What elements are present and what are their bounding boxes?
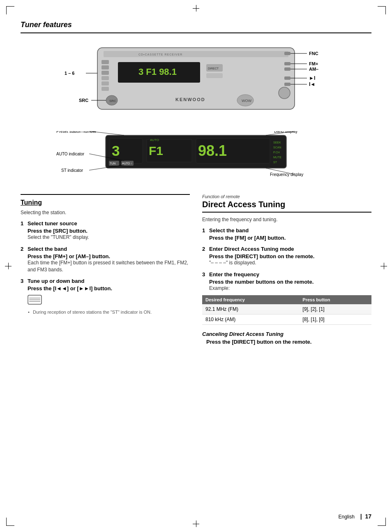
device-svg-container: CD•CASSETTE RECEIVER 3 F1 98.1 DIRECT <box>56 39 336 182</box>
svg-rect-13 <box>206 73 223 78</box>
step-2-num: 2 <box>21 246 25 252</box>
tuning-section: Tuning Selecting the station. 1 Select t… <box>21 194 190 345</box>
direct-step-2: 2 Enter Direct Access Tuning mode Press … <box>202 246 371 266</box>
display-diagram: 3 F1 AUTO 98.1 SEEK SCAN P.CH MUTE ST <box>56 131 336 182</box>
svg-text:I◄: I◄ <box>309 81 315 87</box>
cancel-title: Canceling Direct Access Tuning <box>202 331 371 337</box>
svg-text:ST: ST <box>273 161 277 164</box>
freq-cell-1: 92.1 MHz (FM) <box>202 304 299 315</box>
svg-text:ST indicator: ST indicator <box>61 168 83 173</box>
diagram-area: CD•CASSETTE RECEIVER 3 F1 98.1 DIRECT <box>21 39 371 182</box>
svg-text:SCAN: SCAN <box>273 146 281 149</box>
direct-step-2-action: Press the [DIRECT] button on the remote. <box>202 253 371 259</box>
svg-rect-7 <box>101 81 109 86</box>
main-content: Tuning Selecting the station. 1 Select t… <box>21 194 371 345</box>
svg-rect-16 <box>284 67 291 71</box>
svg-text:CD•CASSETTE RECEIVER: CD•CASSETTE RECEIVER <box>138 53 182 56</box>
svg-text:AUTO: AUTO <box>150 138 159 142</box>
svg-text:AUTO ↑: AUTO ↑ <box>122 162 132 165</box>
direct-access-title: Direct Access Tuning <box>202 200 371 209</box>
svg-rect-5 <box>101 71 109 75</box>
svg-text:F1: F1 <box>149 144 163 157</box>
tuning-note: During reception of stereo stations the … <box>21 309 190 315</box>
svg-text:SEEK: SEEK <box>273 141 281 144</box>
language-label: English <box>338 514 354 520</box>
direct-step-3-desc: Example: <box>202 285 371 292</box>
press-cell-2: [8], [1], [0] <box>299 314 371 324</box>
step-3-num: 3 <box>21 278 25 284</box>
tuning-step-1: 1 Select tuner source Press the [SRC] bu… <box>21 220 190 241</box>
device-illustration: CD•CASSETTE RECEIVER 3 F1 98.1 DIRECT <box>56 39 352 130</box>
frequency-table: Desired frequency Press button 92.1 MHz … <box>202 295 371 325</box>
step-1-num: 1 <box>21 220 25 227</box>
svg-text:TUN: TUN <box>110 162 115 165</box>
direct-step-3-num: 3 <box>202 271 207 278</box>
svg-text:1 – 6: 1 – 6 <box>65 71 74 76</box>
svg-text:AM–: AM– <box>309 67 318 72</box>
svg-text:DIRECT: DIRECT <box>208 67 219 70</box>
table-header-freq: Desired frequency <box>202 295 299 304</box>
svg-text:Frequency display: Frequency display <box>270 172 303 177</box>
svg-rect-4 <box>101 65 109 69</box>
page-num: 17 <box>365 513 371 520</box>
direct-access-section: Function of remote Direct Access Tuning … <box>202 194 371 345</box>
svg-text:WOW: WOW <box>242 99 251 103</box>
direct-step-2-desc: "– – – –" is displayed. <box>202 259 371 266</box>
svg-text:►I: ►I <box>309 75 315 81</box>
table-row: 92.1 MHz (FM) [9], [2], [1] <box>202 304 371 315</box>
svg-text:Band display: Band display <box>274 131 297 134</box>
svg-rect-18 <box>284 83 291 86</box>
svg-rect-8 <box>101 87 109 91</box>
direct-step-3-title: Enter the frequency <box>209 271 259 278</box>
svg-text:FM+: FM+ <box>309 61 318 66</box>
svg-rect-3 <box>101 60 109 64</box>
step-1-desc: Select the "TUNER" display. <box>21 234 190 241</box>
svg-rect-15 <box>284 62 291 65</box>
step-3-title: Tune up or down band <box>28 278 84 284</box>
svg-rect-1 <box>104 51 288 57</box>
svg-text:3: 3 <box>112 143 120 159</box>
direct-step-3-action: Press the number buttons on the remote. <box>202 279 371 285</box>
svg-text:Preset station number: Preset station number <box>56 131 97 134</box>
direct-step-3: 3 Enter the frequency Press the number b… <box>202 271 371 325</box>
svg-text:3 F1 98.1: 3 F1 98.1 <box>138 67 177 77</box>
svg-text:KENWOOD: KENWOOD <box>175 97 205 102</box>
step-2-desc: Each time the [FM+] button is pressed it… <box>21 259 190 273</box>
svg-rect-14 <box>284 52 291 55</box>
tuning-step-2: 2 Select the band Press the [FM+] or [AM… <box>21 246 190 273</box>
display-svg: 3 F1 AUTO 98.1 SEEK SCAN P.CH MUTE ST <box>56 131 336 180</box>
direct-step-2-title: Enter Direct Access Tuning mode <box>209 246 294 252</box>
step-2-title: Select the band <box>28 246 67 252</box>
table-header-btn: Press button <box>299 295 371 304</box>
svg-rect-6 <box>101 76 109 80</box>
direct-step-1-num: 1 <box>202 227 207 234</box>
direct-step-1-action: Press the [FM] or [AM] button. <box>202 235 371 241</box>
svg-point-24 <box>279 87 290 99</box>
function-label: Function of remote <box>202 194 371 199</box>
tuning-step-3: 3 Tune up or down band Press the [I◄◄] o… <box>21 278 190 315</box>
svg-rect-17 <box>284 76 291 80</box>
tuning-title: Tuning <box>21 199 190 206</box>
direct-step-1-title: Select the band <box>209 227 249 234</box>
step-1-title: Select tuner source <box>28 220 77 227</box>
stereo-icon-container <box>28 295 190 306</box>
page-number-area: English | 17 <box>338 513 371 520</box>
svg-text:P.CH: P.CH <box>273 151 280 154</box>
press-cell-1: [9], [2], [1] <box>299 304 371 315</box>
svg-text:MUTE: MUTE <box>273 156 281 159</box>
direct-access-desc: Entering the frequency and tuning. <box>202 217 371 222</box>
svg-text:FNC: FNC <box>309 51 318 56</box>
cancel-section: Canceling Direct Access Tuning Press the… <box>202 331 371 345</box>
cancel-action: Press the [DIRECT] button on the remote. <box>202 339 371 345</box>
direct-step-2-num: 2 <box>202 246 207 252</box>
step-3-action: Press the [I◄◄] or [►►I] button. <box>21 285 190 291</box>
svg-text:SRC: SRC <box>109 99 116 103</box>
svg-text:AUTO indicator: AUTO indicator <box>56 152 85 156</box>
svg-text:98.1: 98.1 <box>198 142 227 159</box>
stereo-icon <box>28 295 42 305</box>
table-row: 810 kHz (AM) [8], [1], [0] <box>202 314 371 324</box>
svg-text:SRC: SRC <box>79 98 88 103</box>
step-1-action: Press the [SRC] button. <box>21 228 190 234</box>
direct-step-1: 1 Select the band Press the [FM] or [AM]… <box>202 227 371 241</box>
tuning-desc: Selecting the station. <box>21 210 190 215</box>
